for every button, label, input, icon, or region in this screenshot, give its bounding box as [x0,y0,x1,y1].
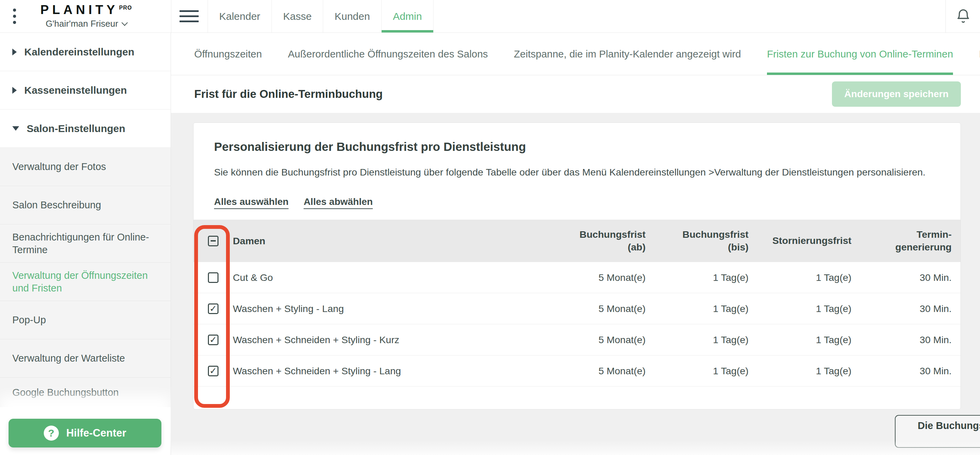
booking-from-value: 5 Monat(e) [505,303,646,315]
planity-logo: PLANITYPRO [40,3,132,16]
save-changes-button[interactable]: Änderungen speichern [832,81,961,107]
tab-kasse[interactable]: Kasse [272,0,323,32]
sidebar-item-google-buchungsbutton[interactable]: Google Buchungsbutton [0,378,171,407]
service-name: Waschen + Styling - Lang [233,303,505,315]
booking-until-value: 1 Tag(e) [646,272,749,283]
settings-tab-bar: Öffnungszeiten Außerordentliche Öffnungs… [171,33,980,75]
cancellation-value: 1 Tag(e) [749,366,851,377]
select-all-link[interactable]: Alles auswählen [214,196,289,207]
sidebar-item-verwaltung-der-fotos[interactable]: Verwaltung der Fotos [0,148,171,186]
deselect-all-link[interactable]: Alles abwählen [304,196,373,207]
table-row: Cut & Go 5 Monat(e) 1 Tag(e) 1 Tag(e) 30… [194,262,961,293]
service-name: Cut & Go [233,272,505,283]
planity-admin-window: PLANITYPRO G'hair'man Friseur Kalender K… [0,0,980,455]
service-name: Waschen + Schneiden + Styling - Kurz [233,334,505,345]
booking-until-value: 1 Tag(e) [646,366,749,377]
triangle-down-icon [12,126,19,131]
cancellation-value: 1 Tag(e) [749,303,851,315]
sidebar-footer: ? Hilfe-Center [0,407,171,455]
notifications-button[interactable] [946,0,980,32]
booking-from-value: 5 Monat(e) [505,272,646,283]
col-termingenerierung: Termin-generierung [851,228,951,254]
sidebar-section-kasseneinstellungen[interactable]: Kasseneinstellungen [0,71,171,110]
service-name: Waschen + Schneiden + Styling - Lang [233,366,505,377]
sidebar-section-salon-einstellungen[interactable]: Salon-Einstellungen [0,110,171,148]
main-nav: Kalender Kasse Kunden Admin [208,0,434,32]
selection-links: Alles auswählen Alles abwählen [214,196,940,207]
page-header: Frist für die Online-Terminbuchung Änder… [171,75,980,113]
row-checkbox[interactable] [208,335,218,345]
booking-from-value: 5 Monat(e) [505,334,646,345]
subtab-zeitspanne-kalender[interactable]: Zeitspanne, die im Planity-Kalender ange… [514,33,741,75]
slot-generation-value: 30 Min. [851,272,951,283]
row-checkbox[interactable] [208,272,218,283]
table-row: Waschen + Schneiden + Styling - Lang 5 M… [194,356,961,386]
slot-generation-value: 30 Min. [851,303,951,315]
subtab-ausserordentliche-oeffnungszeiten[interactable]: Außerordentliche Öffnungszeiten des Salo… [288,33,488,75]
booking-until-value: 1 Tag(e) [646,334,749,345]
brand-block: PLANITYPRO G'hair'man Friseur [18,0,154,32]
main-area: Öffnungszeiten Außerordentliche Öffnungs… [171,33,980,455]
booking-deadline-card: Personalisierung der Buchungsfrist pro D… [193,123,961,410]
divider [171,0,171,32]
kebab-menu-icon[interactable] [13,0,18,32]
salon-name: G'hair'man Friseur [46,19,118,29]
question-mark-icon: ? [44,426,59,441]
cancellation-value: 1 Tag(e) [749,272,851,283]
col-buchungsfrist-ab: Buchungsfrist(ab) [505,228,646,254]
table-row: Waschen + Schneiden + Styling - Kurz 5 M… [194,324,961,356]
chevron-down-icon [121,19,127,26]
table-header-row: Damen Buchungsfrist(ab) Buchungsfrist(bi… [194,220,961,262]
sidebar-item-salon-beschreibung[interactable]: Salon Beschreibung [0,186,171,224]
tab-kunden[interactable]: Kunden [323,0,381,32]
col-buchungsfrist-bis: Buchungsfrist(bis) [646,228,749,254]
logo-pro-suffix: PRO [119,5,132,11]
card-description: Sie können die Buchungsfrist pro Dienstl… [214,167,940,178]
sidebar-item-oeffnungszeiten-fristen[interactable]: Verwaltung der Öffnungszeiten und Friste… [0,263,171,301]
sidebar-item-benachrichtigungen[interactable]: Benachrichtigungen für Online-Termine [0,224,171,263]
content-area: Personalisierung der Buchungsfrist pro D… [171,113,980,455]
sidebar-section-kalendereinstellungen[interactable]: Kalendereinstellungen [0,33,171,71]
group-header-damen: Damen [233,235,505,247]
triangle-right-icon [12,87,17,94]
booking-until-value: 1 Tag(e) [646,303,749,315]
sidebar-item-pop-up[interactable]: Pop-Up [0,301,171,339]
bottom-fade [171,441,980,455]
card-title: Personalisierung der Buchungsfrist pro D… [214,140,940,153]
top-bar: PLANITYPRO G'hair'man Friseur Kalender K… [0,0,980,33]
row-checkbox[interactable] [208,303,218,314]
sidebar-item-warteliste[interactable]: Verwaltung der Warteliste [0,339,171,378]
page-title: Frist für die Online-Terminbuchung [194,88,383,101]
row-checkbox[interactable] [208,366,218,376]
sidebar: Kalendereinstellungen Kasseneinstellunge… [0,33,171,455]
tab-kalender[interactable]: Kalender [208,0,272,32]
help-center-button[interactable]: ? Hilfe-Center [8,419,161,447]
slot-generation-value: 30 Min. [851,366,951,377]
subtab-fristen-online-termine[interactable]: Fristen zur Buchung von Online-Terminen [767,33,953,75]
triangle-right-icon [12,49,17,56]
col-stornierungsfrist: Stornierungsfrist [749,234,851,247]
bell-icon [955,8,971,24]
booking-from-value: 5 Monat(e) [505,366,646,377]
hamburger-menu-icon[interactable] [180,10,199,22]
subtab-oeffnungszeiten[interactable]: Öffnungszeiten [194,33,262,75]
services-table: Damen Buchungsfrist(ab) Buchungsfrist(bi… [194,220,961,386]
slot-generation-value: 30 Min. [851,334,951,345]
salon-switcher[interactable]: G'hair'man Friseur [46,19,127,29]
edit-deadline-button[interactable]: Die Buchungsfrist für 3 Dienstleistungen… [895,415,980,448]
tab-admin[interactable]: Admin [381,0,434,32]
table-row: Waschen + Styling - Lang 5 Monat(e) 1 Ta… [194,293,961,324]
cancellation-value: 1 Tag(e) [749,334,851,345]
select-all-checkbox[interactable] [208,236,218,246]
